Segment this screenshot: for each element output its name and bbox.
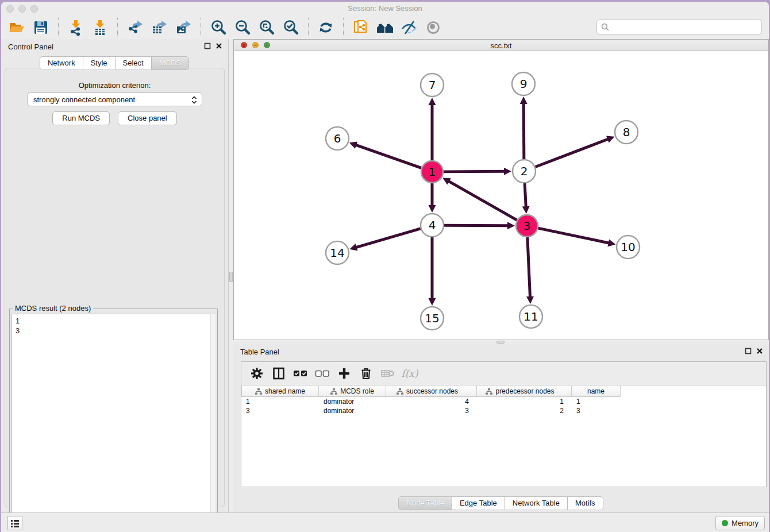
close-panel-button[interactable]: Close panel	[118, 111, 177, 125]
network-overview-button[interactable]	[375, 18, 395, 37]
open-session-button[interactable]	[7, 18, 26, 37]
zoom-in-button[interactable]	[209, 18, 228, 37]
table-cell[interactable]: 3	[572, 406, 621, 415]
column-header-shared-name[interactable]: shared name	[241, 386, 319, 397]
graph-node-label: 4	[429, 218, 436, 232]
float-panel-icon[interactable]	[745, 348, 752, 354]
table-cell[interactable]: 1	[572, 397, 621, 406]
graph-node-14[interactable]: 14	[326, 241, 349, 264]
clear-checkboxes-button[interactable]	[314, 365, 331, 382]
table-cell[interactable]: 1	[477, 397, 572, 406]
zoom-out-button[interactable]	[233, 18, 252, 37]
graph-edge[interactable]	[523, 103, 524, 159]
graph-node-4[interactable]: 4	[421, 214, 444, 237]
close-panel-icon[interactable]	[756, 348, 763, 354]
function-builder-button[interactable]: f(x)	[401, 365, 418, 382]
hide-panels-button[interactable]	[399, 18, 419, 37]
export-image-button[interactable]	[174, 18, 193, 37]
graph-node-9[interactable]: 9	[512, 72, 535, 95]
tab-network-table[interactable]: Network Table	[505, 496, 568, 510]
table-cell[interactable]: 3	[386, 406, 477, 415]
column-header-successor-nodes[interactable]: successor nodes	[386, 386, 477, 397]
graph-node-10[interactable]: 10	[617, 236, 640, 259]
graph-node-15[interactable]: 15	[421, 307, 444, 330]
memory-button[interactable]: Memory	[715, 516, 765, 530]
delete-row-button[interactable]	[357, 365, 375, 382]
mcds-result-text[interactable]: 1 3	[11, 314, 215, 525]
graph-edge[interactable]	[444, 225, 509, 226]
apply-layout-button[interactable]	[316, 18, 336, 37]
graph-node-11[interactable]: 11	[519, 305, 542, 328]
table-row[interactable]: 1dominator411	[241, 397, 766, 406]
show-panels-button[interactable]	[424, 18, 443, 37]
save-session-button[interactable]	[31, 18, 51, 37]
trash-icon	[359, 367, 373, 380]
column-header-mcds-role[interactable]: MCDS role	[319, 386, 386, 397]
horizontal-splitter[interactable]	[233, 340, 769, 344]
graph-edge[interactable]	[525, 183, 526, 207]
tab-motifs[interactable]: Motifs	[567, 496, 603, 510]
graph-edge[interactable]	[355, 145, 421, 168]
table-cell[interactable]: 1	[241, 397, 319, 406]
graph-node-7[interactable]: 7	[421, 74, 444, 97]
export-table-button[interactable]	[149, 18, 169, 37]
float-panel-icon[interactable]	[204, 43, 211, 49]
search-input[interactable]	[613, 23, 761, 32]
table-cell[interactable]: 2	[477, 406, 572, 415]
clone-network-button[interactable]	[351, 18, 371, 37]
tab-mcds[interactable]: MCDS	[151, 56, 189, 70]
graph-edge[interactable]	[448, 181, 517, 220]
result-scrollbar[interactable]	[210, 314, 215, 525]
graph-node-3[interactable]: 3	[516, 215, 538, 237]
graph-node-label: 8	[623, 125, 630, 139]
optimization-criterion-select[interactable]: strongly connected component	[27, 92, 202, 106]
graph-edge[interactable]	[356, 229, 421, 248]
show-columns-button[interactable]	[270, 365, 287, 382]
task-history-button[interactable]	[7, 516, 22, 530]
select-all-checkboxes-button[interactable]	[292, 365, 309, 382]
splitter-handle[interactable]	[496, 341, 505, 344]
tab-select[interactable]: Select	[115, 56, 152, 70]
graph-node-2[interactable]: 2	[513, 160, 536, 183]
table-settings-button[interactable]	[248, 365, 265, 382]
graph-node-label: 6	[334, 132, 341, 145]
export-network-button[interactable]	[125, 18, 145, 37]
add-row-button[interactable]	[336, 365, 353, 382]
open-folder-icon	[8, 19, 25, 36]
graph-node-6[interactable]: 6	[326, 127, 349, 150]
clone-network-icon	[352, 19, 369, 36]
toolbar-search[interactable]	[596, 20, 762, 34]
column-header-predecessor-nodes[interactable]: predecessor nodes	[477, 386, 572, 397]
table-cell[interactable]: 3	[241, 406, 319, 415]
table-cell[interactable]: 4	[386, 397, 477, 406]
graph-edge[interactable]	[528, 237, 530, 298]
graph-node-1[interactable]: 1	[421, 161, 443, 183]
vertical-splitter[interactable]	[229, 39, 233, 514]
graph-edge[interactable]	[444, 171, 505, 172]
tab-edge-table[interactable]: Edge Table	[452, 496, 505, 510]
table-tabs: Node Table Edge Table Network Table Moti…	[233, 496, 769, 510]
close-panel-icon[interactable]	[215, 43, 222, 49]
run-mcds-button[interactable]: Run MCDS	[52, 111, 110, 125]
import-network-button[interactable]	[66, 18, 86, 37]
import-table-button[interactable]	[90, 18, 110, 37]
tab-network[interactable]: Network	[40, 56, 83, 70]
zoom-selected-button[interactable]	[281, 18, 301, 37]
column-header-name[interactable]: name	[572, 386, 621, 397]
delete-table-button[interactable]	[379, 365, 396, 382]
splitter-handle[interactable]	[229, 272, 233, 282]
plus-icon	[337, 367, 351, 380]
tab-node-table[interactable]: Node Table	[398, 496, 452, 510]
network-canvas[interactable]: 7968124314101511	[234, 51, 768, 340]
table-cell[interactable]: dominator	[319, 397, 386, 406]
tab-style[interactable]: Style	[83, 56, 116, 70]
zoom-fit-button[interactable]	[257, 18, 276, 37]
table-body[interactable]: 1dominator4113dominator323	[241, 397, 766, 487]
table-cell[interactable]: dominator	[319, 406, 386, 415]
refresh-icon	[318, 20, 334, 36]
graph-node-8[interactable]: 8	[615, 121, 638, 144]
table-row[interactable]: 3dominator323	[241, 406, 766, 415]
search-icon	[601, 23, 610, 32]
graph-edge[interactable]	[538, 228, 610, 243]
graph-edge[interactable]	[536, 139, 609, 167]
